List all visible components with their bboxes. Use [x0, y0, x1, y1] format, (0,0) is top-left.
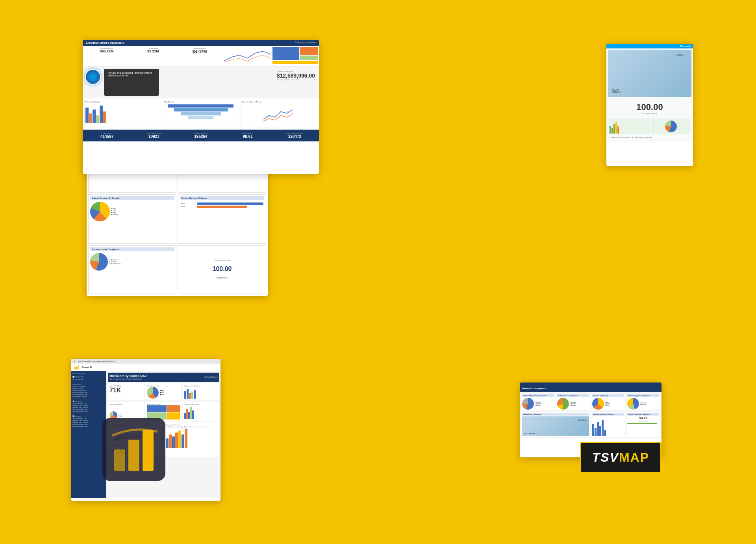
nav-profit-items: Sales & Profit, Items — [183, 402, 219, 421]
kpi-expected-revenue: Expected Revenue $95.22M — [84, 47, 129, 65]
svg-rect-3 — [74, 367, 76, 369]
software-panel: Software Update Compliance ■ Non-Comp...… — [88, 245, 176, 293]
big-number: ZeroApp Company (Alt) $12,589,996.00 Sho… — [275, 69, 317, 96]
tsv-text: TSV — [592, 450, 619, 464]
map-text: MAP — [619, 450, 649, 464]
device-grid: Endpoint Protection Compliance ■ Complia… — [520, 392, 662, 438]
kpi-discount: Discount Savings $4.07M — [177, 47, 222, 65]
ms-header: Microsoft — [606, 44, 693, 48]
device-chart-2: Device Compliance Status % 94.11 % Compl… — [626, 412, 660, 437]
executive-header: Executive Metrics Dashboard ⤴ Share Dash… — [83, 40, 319, 46]
svg-rect-8 — [128, 440, 139, 471]
metric-scheduling: Client Scheduling Count 328472 — [272, 131, 317, 140]
firewall-title: Factory/Universal Software — [180, 196, 264, 200]
svg-rect-4 — [76, 366, 78, 369]
ms-compliance-score: 100.00 Compliance % — [608, 99, 691, 118]
variance-chart: Variance to Budget — [84, 100, 161, 128]
firewall-panel: Factory/Universal Software App 1 App 2 — [178, 194, 266, 244]
kpi-row: Expected Revenue $95.22M Total Invoices … — [83, 46, 319, 67]
device-chart-1: Device Linkout in Jul - June — [591, 412, 625, 437]
malware-pie — [90, 202, 110, 221]
device-panel-3: Malware By Severity ■ None ■ FireBall...… — [591, 393, 625, 411]
nav-kpi-grid: Sales This Month 71K Sales Orders Open ■… — [108, 383, 219, 400]
charts-row: Variance to Budget Sales Pipeline — [83, 98, 319, 130]
treemap-area — [272, 47, 317, 65]
ms-legend: ● 2.19 Compliant Unrestricted ● 2.19 Com… — [608, 135, 691, 140]
metric-mobile-count: Mobile Device Count 10923 — [131, 131, 176, 140]
svg-rect-5 — [78, 365, 79, 369]
device-map-1: Mobile Device Summary SOUTH AMERICA AUST… — [521, 412, 590, 437]
software-title: Software Update Compliance — [90, 247, 174, 251]
compliance-percent-label: Compliance % — [216, 277, 228, 279]
malware-legend: ■ High ■ Low ■ Med ■ Severe — [111, 208, 118, 215]
ms-map: SOUTHAMERICA AFRICA — [608, 50, 691, 97]
compliance-score-panel: The Smooth Risk Web 100.00 Compliance % — [178, 245, 266, 293]
software-pie — [90, 253, 108, 271]
main-container: Power BI Compliance Overview EndPoint Pr… — [63, 40, 693, 505]
metric-windows10: Windows 10 Count 195264 — [178, 131, 223, 140]
svg-rect-7 — [114, 449, 125, 471]
share-btn[interactable]: ⤴ Share Dashboard — [295, 41, 316, 44]
microsoft-dashboard-screenshot: Microsoft SOUTHAMERICA AFRICA 100.00 Com… — [606, 44, 693, 166]
cortana-message: I found the expected revenue where state… — [104, 69, 159, 96]
nav-address-bar: 🔒https://powerbi.com/groups/me/dashboard… — [71, 359, 220, 364]
nav-revenue-expenses: Revenue & Expenses ● KPI_Name— Earnings … — [164, 422, 219, 457]
device-header: Device & Compliance — [520, 382, 662, 392]
nav-kpi-sales: Sales This Month 71K — [108, 383, 144, 400]
executive-title: Executive Metrics Dashboard — [86, 41, 124, 44]
device-panel-2: Mobile Device Compliance ■ Compliant ■ N… — [556, 393, 590, 411]
malware-panel: Malware Detected By Severity ■ High ■ Lo… — [88, 194, 176, 244]
compliance-percent: 100.00 — [209, 262, 236, 277]
metrics-row: Total Clients 414597 Mobile Device Count… — [83, 130, 319, 141]
nav-powerbi-bar: Power BI — [71, 364, 220, 371]
device-panel-4: Software Update Compliance ■ Licensed ■ … — [626, 393, 660, 411]
software-legend: ■ Non-Comp... ■ Modules ■ Non-Relevant — [109, 259, 120, 265]
nav-kpi-orders: Sales Orders Open ■ App... ■ Hel... ■ pe… — [145, 383, 182, 400]
device-panel-1: Endpoint Protection Compliance ■ Complia… — [521, 393, 555, 411]
ms-body: SOUTHAMERICA AFRICA 100.00 Compliance % — [606, 48, 693, 142]
svg-rect-9 — [143, 430, 154, 471]
cortana-area: I found the expected revenue where state… — [83, 67, 319, 98]
executive-dashboard-screenshot: Executive Metrics Dashboard ⤴ Share Dash… — [83, 40, 319, 174]
nav-kpi-pipeline: Opportunities Pipeline — [183, 383, 219, 400]
customer-revenue-chart: Customer Sum vs Revenue — [241, 100, 317, 128]
kpi-invoices: Total Invoices $2.22M — [131, 47, 176, 65]
metric-client-health: Client Health % 98.61 — [225, 131, 271, 140]
tsvmap-badge: TSVMAP — [580, 442, 662, 473]
kpi-chart-area — [224, 47, 271, 65]
nav-sidebar: Mit arbejdsområde 📊 Dashboards ➕ Nyt ind… — [71, 371, 106, 498]
ms-mini-charts — [608, 118, 691, 135]
malware-title: Malware Detected By Severity — [90, 196, 174, 200]
cortana-icon — [85, 69, 101, 85]
metric-total-clients: Total Clients 414597 — [84, 131, 130, 140]
bottom-powerbi-logo — [102, 418, 165, 481]
sales-pipeline-chart: Sales Pipeline — [163, 100, 239, 128]
nav-main-header: Microsoft Dynamics NAV Stil et spørgsmål… — [108, 373, 219, 382]
firewall-bars: App 1 App 2 — [180, 202, 264, 209]
